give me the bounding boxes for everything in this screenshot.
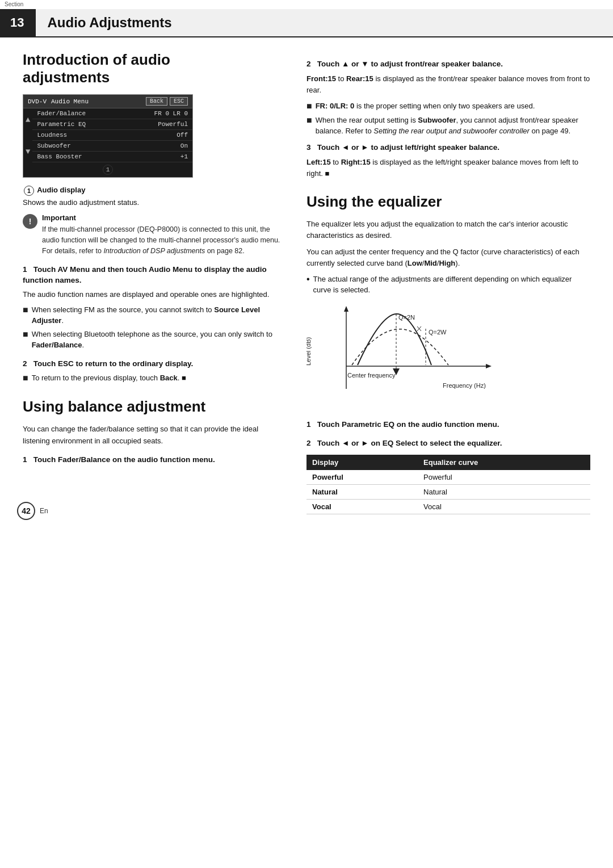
step1-heading: 1 Touch AV Menu and then touch Audio Men… xyxy=(23,265,284,286)
bullet-sym-1: ■ xyxy=(23,304,28,326)
table-cell-curve-1: Natural xyxy=(418,484,590,499)
audio-display-label: 1 Audio display xyxy=(23,186,284,196)
step1-body: The audio function names are displayed a… xyxy=(23,289,284,300)
important-box: ! Important If the multi-channel process… xyxy=(23,213,284,256)
esc-btn[interactable]: ESC xyxy=(170,97,188,106)
intro-section-title: Introduction of audio adjustments xyxy=(23,51,284,86)
menu-rows: Fader/Balance FR 0 LR 0 Parametric EQ Po… xyxy=(32,108,192,162)
menu-row-fader: Fader/Balance FR 0 LR 0 xyxy=(32,108,192,119)
svg-text:Q=2W: Q=2W xyxy=(429,329,447,336)
audio-menu-header: DVD-V Audio Menu Back ESC xyxy=(23,95,192,108)
table-cell-display-2: Vocal xyxy=(306,499,418,514)
eq-para2: You can adjust the center frequency and … xyxy=(306,246,590,269)
section-header-wrapper: Section 13 Audio Adjustments xyxy=(0,0,613,37)
back-btn[interactable]: Back xyxy=(146,97,167,106)
step1-bullet2: ■ When selecting Bluetooth telephone as … xyxy=(23,329,284,351)
balance-step1-heading: 1 Touch Fader/Balance on the audio funct… xyxy=(23,455,284,466)
loudness-label: Loudness xyxy=(37,132,67,139)
bullet-sym-eq: • xyxy=(306,274,310,296)
eq-bullet: • The actual range of the adjustments ar… xyxy=(306,274,590,296)
bullet-sym-3: ■ xyxy=(23,372,28,384)
bullet-sym-2: ■ xyxy=(23,329,28,351)
important-text: If the multi-channel processor (DEQ-P800… xyxy=(42,224,284,256)
balance-section-title: Using balance adjustment xyxy=(23,398,284,416)
menu-row-loudness: Loudness Off xyxy=(32,130,192,141)
bass-value: +1 xyxy=(180,153,188,160)
page-wrapper: Introduction of audio adjustments DVD-V … xyxy=(0,37,613,531)
important-icon: ! xyxy=(23,214,37,229)
svg-text:Q=2N: Q=2N xyxy=(398,314,415,321)
step1-bullet1: ■ When selecting FM as the source, you c… xyxy=(23,304,284,326)
menu-row-subwoofer: Subwoofer On xyxy=(32,141,192,152)
fader-step2-bullet2: ■ When the rear output setting is Subwoo… xyxy=(306,115,590,137)
fader-step2-bullet1: ■ FR: 0/LR: 0 is the proper setting when… xyxy=(306,100,590,112)
eq-step2-heading: 2 Touch ◄ or ► on EQ Select to select th… xyxy=(306,438,590,449)
important-title: Important xyxy=(42,213,284,222)
left-column: Introduction of audio adjustments DVD-V … xyxy=(23,51,284,514)
audio-display-desc: Shows the audio adjustment status. xyxy=(23,198,284,207)
table-row: Powerful Powerful xyxy=(306,470,590,485)
eq-chart: Level (dB) Center frequency Frequency (H… xyxy=(306,304,590,412)
table-header-display: Display xyxy=(306,455,418,470)
menu-row-eq: Parametric EQ Powerful xyxy=(32,119,192,130)
table-header-curve: Equalizer curve xyxy=(418,455,590,470)
eq-step1-heading: 1 Touch Parametric EQ on the audio funct… xyxy=(306,420,590,430)
svg-marker-1 xyxy=(344,306,349,312)
table-header-row: Display Equalizer curve xyxy=(306,455,590,470)
table-cell-curve-2: Vocal xyxy=(418,499,590,514)
menu-callout: 1 xyxy=(23,162,192,177)
important-content: Important If the multi-channel processor… xyxy=(42,213,284,256)
callout-1: 1 xyxy=(103,165,113,175)
page-footer: 42 En xyxy=(17,502,48,520)
right-column: 2 Touch ▲ or ▼ to adjust front/rear spea… xyxy=(306,51,590,514)
callout-circle-1: 1 xyxy=(24,186,34,196)
table-row: Vocal Vocal xyxy=(306,499,590,514)
table-cell-display-1: Natural xyxy=(306,484,418,499)
balance-intro: You can change the fader/balance setting… xyxy=(23,423,284,446)
down-arrow: ▼ xyxy=(26,147,30,156)
audio-menu-header-right: Back ESC xyxy=(146,97,188,106)
section-label: Section xyxy=(5,1,23,7)
two-col-layout: Introduction of audio adjustments DVD-V … xyxy=(23,51,590,514)
fader-value: FR 0 LR 0 xyxy=(154,110,188,117)
table-cell-curve-0: Powerful xyxy=(418,470,590,485)
audio-display-title: Audio display xyxy=(37,186,85,195)
menu-row-bass: Bass Booster +1 xyxy=(32,152,192,162)
bass-label: Bass Booster xyxy=(37,153,82,160)
step2-heading: 2 Touch ESC to return to the ordinary di… xyxy=(23,359,284,370)
bullet-sym-r1: ■ xyxy=(306,100,312,112)
svg-marker-3 xyxy=(486,364,492,368)
eq-para1: The equalizer lets you adjust the equali… xyxy=(306,219,590,241)
table-cell-display-0: Powerful xyxy=(306,470,418,485)
audio-menu-label: Audio Menu xyxy=(51,98,89,105)
dvd-v-label: DVD-V xyxy=(28,98,47,105)
section-number: 13 xyxy=(0,9,34,36)
eq-label: Parametric EQ xyxy=(37,121,86,128)
audio-menu-screenshot: DVD-V Audio Menu Back ESC ▲ ▼ xyxy=(23,94,193,178)
svg-text:Center frequency: Center frequency xyxy=(347,372,396,379)
fader-step2-body1: Front:15 to Rear:15 is displayed as the … xyxy=(306,73,590,96)
loudness-value: Off xyxy=(177,132,188,139)
page-language: En xyxy=(40,507,48,515)
fader-step2-heading: 2 Touch ▲ or ▼ to adjust front/rear spea… xyxy=(306,59,590,70)
svg-text:Level (dB): Level (dB) xyxy=(306,337,312,366)
bullet-sym-r2: ■ xyxy=(306,115,312,137)
page-number: 42 xyxy=(17,502,35,520)
fader-step3-heading: 3 Touch ◄ or ► to adjust left/right spea… xyxy=(306,142,590,153)
table-row: Natural Natural xyxy=(306,484,590,499)
eq-value: Powerful xyxy=(158,121,188,128)
fader-label: Fader/Balance xyxy=(37,110,86,117)
up-arrow: ▲ xyxy=(26,115,30,124)
step2-bullet: ■ To return to the previous display, tou… xyxy=(23,372,284,384)
audio-menu-body: ▲ ▼ Fader/Balance FR 0 LR 0 Parametric E… xyxy=(23,108,192,162)
audio-menu-header-left: DVD-V Audio Menu xyxy=(28,98,89,105)
section-title: Audio Adjustments xyxy=(34,9,613,36)
svg-text:Frequency (Hz): Frequency (Hz) xyxy=(443,382,486,389)
subwoofer-label: Subwoofer xyxy=(37,142,70,149)
arrow-col: ▲ ▼ xyxy=(23,108,32,162)
fader-step3-body: Left:15 to Right:15 is displayed as the … xyxy=(306,157,590,179)
eq-section-title: Using the equalizer xyxy=(306,193,590,211)
table-body: Powerful Powerful Natural Natural Vocal … xyxy=(306,470,590,514)
subwoofer-value: On xyxy=(180,142,188,149)
section-header: 13 Audio Adjustments xyxy=(0,9,613,37)
